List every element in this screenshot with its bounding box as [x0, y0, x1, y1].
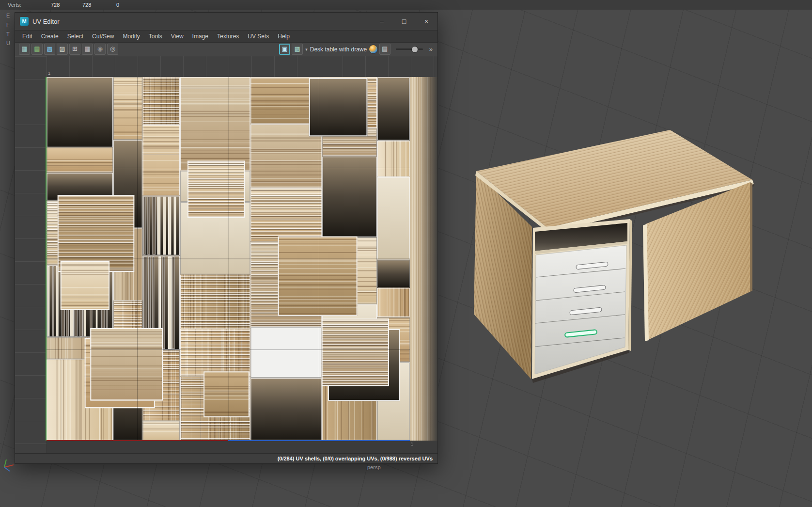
menu-bar: Edit Create Select Cut/Sew Modify Tools … — [15, 31, 437, 43]
menu-cut-sew[interactable]: Cut/Sew — [88, 32, 118, 41]
uv-snapshot-icon[interactable]: ◎ — [107, 44, 118, 55]
menu-modify[interactable]: Modify — [118, 32, 144, 41]
minimize-button[interactable]: – — [371, 13, 393, 30]
maya-logo-icon: M — [20, 17, 29, 26]
menu-edit[interactable]: Edit — [18, 32, 37, 41]
chevron-down-icon[interactable]: ▾ — [305, 47, 308, 52]
checker-display-icon[interactable]: ▨ — [57, 44, 68, 55]
grid-display-icon[interactable]: ⊞ — [69, 44, 80, 55]
grid-label-corner: 1 — [411, 442, 413, 446]
image-range-icon[interactable]: ▤ — [379, 44, 390, 55]
menu-tools[interactable]: Tools — [144, 32, 167, 41]
close-button[interactable]: × — [415, 13, 437, 30]
uv-editor-window: M UV Editor – □ × Edit Create Select Cut… — [15, 12, 438, 464]
menu-help[interactable]: Help — [273, 32, 294, 41]
verts-count-2: 728 — [82, 2, 91, 8]
maximize-button[interactable]: □ — [393, 13, 415, 30]
verts-count-3: 0 — [116, 2, 119, 8]
ruler-left — [15, 56, 47, 453]
toolbar: ▦ ▤ ▩ ▨ ⊞ ▦ ◉ ◎ ▣ ▩ ▾ Desk table with dr… — [15, 43, 437, 56]
exposure-slider[interactable] — [396, 48, 423, 50]
v-axis-line — [46, 77, 47, 441]
verts-count-1: 728 — [51, 2, 60, 8]
toolbar-expand-icon[interactable]: » — [428, 46, 434, 53]
desk-model[interactable] — [460, 121, 761, 385]
ruler-top — [47, 56, 437, 78]
menu-image[interactable]: Image — [188, 32, 213, 41]
heads-up-display: Verts: 728 728 0 — [0, 0, 812, 10]
uv-display-icon[interactable]: ▦ — [19, 44, 30, 55]
dim-image-icon[interactable]: ◉ — [94, 44, 106, 55]
panel-letter: E — [6, 13, 10, 18]
textured-view-icon[interactable]: ▣ — [279, 44, 290, 55]
window-title: UV Editor — [32, 18, 371, 25]
grid-axis-line — [228, 440, 410, 441]
material-sphere-icon[interactable] — [369, 45, 378, 54]
menu-create[interactable]: Create — [37, 32, 63, 41]
uv-status-bar: (0/284) UV shells, (0/0) overlapping UVs… — [15, 453, 437, 463]
distortion-display-icon[interactable]: ▩ — [44, 44, 55, 55]
uv-shell-stats: (0/284) UV shells, (0/0) overlapping UVs… — [278, 456, 433, 461]
panel-letter: T — [6, 31, 10, 37]
checker-pattern-icon[interactable]: ▩ — [292, 44, 303, 55]
texture-name-label[interactable]: Desk table with drawers — [310, 46, 367, 53]
grid-label-top: 1 — [48, 71, 50, 76]
menu-uv-sets[interactable]: UV Sets — [243, 32, 273, 41]
menu-select[interactable]: Select — [63, 32, 88, 41]
camera-label: persp — [367, 464, 381, 470]
u-axis-line — [47, 440, 228, 441]
verts-label: Verts: — [8, 2, 21, 8]
panel-letter: U — [6, 40, 10, 46]
title-bar[interactable]: M UV Editor – □ × — [15, 13, 437, 31]
shaded-uv-icon[interactable]: ▤ — [31, 44, 43, 55]
menu-textures[interactable]: Textures — [213, 32, 243, 41]
panel-letter: F — [6, 22, 10, 28]
menu-view[interactable]: View — [167, 32, 188, 41]
uv-canvas-region[interactable]: 1 1 — [15, 56, 437, 453]
pixel-snap-icon[interactable]: ▦ — [82, 44, 93, 55]
slider-knob[interactable] — [411, 46, 418, 53]
uv-canvas[interactable] — [47, 77, 437, 441]
